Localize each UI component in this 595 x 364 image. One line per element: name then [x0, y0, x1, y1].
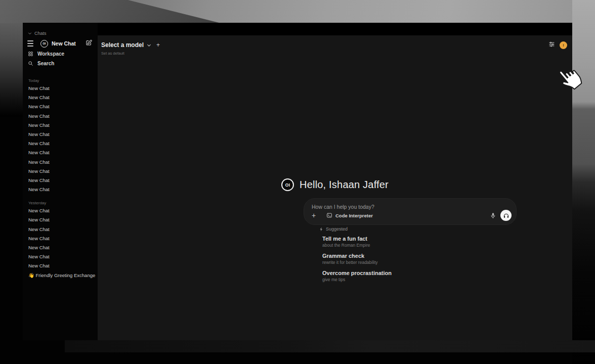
workspace-label: Workspace — [37, 51, 64, 57]
wallpaper-right — [572, 0, 595, 364]
search-icon — [28, 61, 33, 66]
sidebar-item-search[interactable]: Search — [23, 59, 98, 68]
add-model-button[interactable]: + — [156, 41, 160, 49]
chat-item[interactable]: New Chat — [23, 215, 98, 224]
code-interpreter-toggle[interactable]: Code Interpreter — [323, 211, 376, 220]
main-area: Select a model + Set as default I — [98, 35, 572, 340]
prompt-input-box[interactable]: How can I help you today? + Code Interpr… — [304, 198, 517, 225]
sidebar-nav: Workspace Search — [23, 49, 98, 68]
controls-sliders-icon[interactable] — [548, 40, 555, 50]
suggestion-subtitle: about the Roman Empire — [322, 242, 512, 248]
chevron-down-icon — [28, 31, 32, 35]
suggestion-subtitle: give me tips — [322, 277, 512, 283]
chat-item[interactable]: New Chat — [23, 112, 98, 121]
chat-item[interactable]: 👋 Friendly Greeting Exchange — [23, 271, 98, 280]
chats-section-label: Chats — [34, 31, 47, 36]
bolt-icon — [319, 227, 323, 232]
suggestion-subtitle: rewrite it for better readability — [322, 259, 512, 265]
chat-item[interactable]: New Chat — [23, 93, 98, 102]
suggestion-item[interactable]: Tell me a fun factabout the Roman Empire — [321, 235, 513, 249]
chat-item[interactable]: New Chat — [23, 234, 98, 243]
topbar-right: I — [548, 40, 567, 50]
chat-item[interactable]: New Chat — [23, 252, 98, 261]
app-logo: OI — [40, 40, 48, 48]
app-window: OI New Chat Wo — [23, 23, 572, 340]
code-interpreter-label: Code Interpreter — [335, 213, 373, 218]
suggestion-title: Overcome procrastination — [322, 269, 512, 277]
microphone-icon[interactable] — [490, 212, 496, 219]
suggestion-list: Tell me a fun factabout the Roman Empire… — [321, 235, 513, 286]
chat-item[interactable]: New Chat — [23, 102, 98, 111]
chat-item[interactable]: New Chat — [23, 243, 98, 252]
terminal-icon — [326, 212, 332, 218]
new-chat-icon[interactable] — [86, 39, 92, 48]
chat-item[interactable]: New Chat — [23, 121, 98, 130]
model-bar: Select a model + Set as default — [101, 40, 160, 56]
chat-item[interactable]: New Chat — [23, 185, 98, 194]
set-as-default-link[interactable]: Set as default — [101, 51, 160, 56]
sidebar-item-workspace[interactable]: Workspace — [23, 49, 98, 59]
chat-item[interactable]: New Chat — [23, 225, 98, 234]
wallpaper-bottom — [65, 340, 595, 352]
chat-group-label: Today — [23, 75, 98, 84]
chat-item[interactable]: New Chat — [23, 130, 98, 139]
suggestion-title: Grammar check — [322, 252, 512, 259]
chat-item[interactable]: New Chat — [23, 176, 98, 185]
prompt-toolbar: + Code Interpreter — [304, 209, 516, 221]
chat-item[interactable]: New Chat — [23, 206, 98, 215]
attach-button[interactable]: + — [309, 210, 319, 220]
suggestion-title: Tell me a fun fact — [322, 235, 512, 242]
suggested-header: Suggested — [319, 226, 348, 232]
wallpaper-left — [0, 23, 23, 117]
chat-item[interactable]: New Chat — [23, 148, 98, 157]
model-selector-label: Select a model — [101, 41, 144, 49]
sidebar-toggle-icon[interactable] — [27, 40, 34, 47]
app-logo-large: OI — [281, 178, 294, 191]
chat-item[interactable]: New Chat — [23, 84, 98, 93]
search-label: Search — [37, 61, 54, 66]
sidebar-header: OI New Chat — [23, 38, 98, 49]
greeting-text: Hello, Ishaan Jaffer — [300, 179, 389, 191]
workspace-icon — [28, 51, 33, 57]
chat-group-label: Yesterday — [23, 198, 98, 206]
chat-item[interactable]: New Chat — [23, 139, 98, 148]
suggestion-item[interactable]: Overcome procrastinationgive me tips — [321, 269, 513, 283]
chat-list: TodayNew ChatNew ChatNew ChatNew ChatNew… — [23, 75, 98, 280]
greeting-row: OI Hello, Ishaan Jaffer — [98, 178, 572, 191]
sidebar: OI New Chat Wo — [23, 23, 98, 340]
chat-item[interactable]: New Chat — [23, 158, 98, 167]
chats-section-toggle[interactable]: Chats — [23, 29, 98, 37]
model-chevron-icon — [147, 40, 151, 50]
chat-item[interactable]: New Chat — [23, 261, 98, 270]
sidebar-title: New Chat — [52, 40, 86, 47]
voice-call-button[interactable] — [500, 210, 512, 221]
window-top-strip — [23, 23, 572, 35]
suggested-label: Suggested — [326, 226, 348, 232]
screenshot-stage: OI New Chat Wo — [0, 0, 595, 364]
suggestion-item[interactable]: Grammar checkrewrite it for better reada… — [321, 252, 513, 266]
user-avatar[interactable]: I — [560, 41, 567, 49]
model-selector[interactable]: Select a model + — [101, 40, 160, 50]
chat-item[interactable]: New Chat — [23, 167, 98, 176]
